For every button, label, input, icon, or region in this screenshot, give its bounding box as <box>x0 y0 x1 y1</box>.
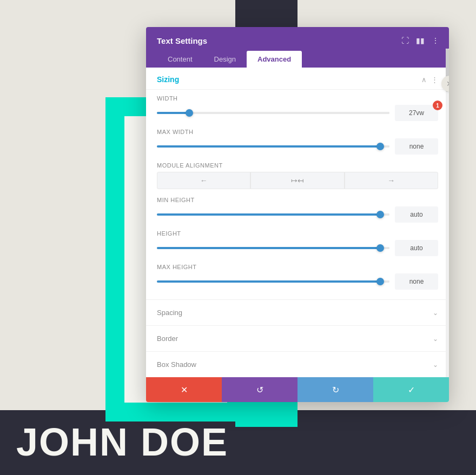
max-height-slider[interactable] <box>157 280 389 283</box>
max-width-field: Max Width none <box>157 129 438 155</box>
modal-title: Text Settings <box>157 36 207 45</box>
expand-icon[interactable]: ⛶ <box>400 36 410 45</box>
max-height-slider-thumb[interactable] <box>376 278 384 285</box>
min-height-control: auto <box>157 206 438 223</box>
width-value-wrap: 27vw 1 <box>395 105 438 121</box>
module-alignment-control: ← ↦↤ → <box>157 172 438 189</box>
height-slider-fill <box>157 247 380 249</box>
min-height-slider-thumb[interactable] <box>376 211 384 218</box>
min-height-label: Min Height <box>157 197 438 203</box>
modal-header-icons: ⛶ ▮▮ ⋮ <box>400 36 440 45</box>
modal-body: Sizing ∧ ⋮ Width 27vw <box>146 68 449 377</box>
height-field: Height auto <box>157 230 438 256</box>
modal-tabs: Content Design Advanced <box>157 51 440 68</box>
collapse-icon[interactable]: ∧ <box>421 76 427 84</box>
scrollbar[interactable] <box>446 49 449 377</box>
spacing-title: Spacing <box>157 309 182 317</box>
john-doe-text: JOHN DOE <box>16 420 228 464</box>
columns-icon[interactable]: ▮▮ <box>415 36 425 45</box>
text-settings-modal: Text Settings ⛶ ▮▮ ⋮ Content Design Adva… <box>146 27 449 402</box>
border-title: Border <box>157 334 178 343</box>
height-slider[interactable] <box>157 247 389 249</box>
sizing-section-header: Sizing ∧ ⋮ <box>146 68 449 90</box>
min-height-field: Min Height auto <box>157 197 438 223</box>
cancel-button[interactable]: ✕ <box>146 377 222 402</box>
min-height-value-input[interactable]: auto <box>395 206 438 223</box>
max-width-control: none <box>157 138 438 155</box>
width-slider-fill <box>157 112 189 114</box>
min-height-slider-fill <box>157 213 380 216</box>
max-height-control: none <box>157 273 438 290</box>
undo-button[interactable]: ↺ <box>222 377 298 402</box>
max-height-value-input[interactable]: none <box>395 273 438 290</box>
width-control: 27vw 1 <box>157 105 438 121</box>
min-height-slider[interactable] <box>157 213 389 216</box>
width-badge: 1 <box>433 101 442 110</box>
spacing-chevron-icon: ⌄ <box>433 309 438 317</box>
max-height-label: Max Height <box>157 264 438 270</box>
width-field: Width 27vw 1 <box>157 95 438 121</box>
box-shadow-section: Box Shadow ⌄ <box>146 351 449 377</box>
align-left-btn[interactable]: ← <box>157 172 250 189</box>
height-control: auto <box>157 240 438 256</box>
sizing-title: Sizing <box>157 75 179 84</box>
modal-header: Text Settings ⛶ ▮▮ ⋮ Content Design Adva… <box>146 27 449 68</box>
border-section: Border ⌄ <box>146 325 449 351</box>
confirm-button[interactable]: ✓ <box>373 377 449 402</box>
max-height-slider-fill <box>157 280 380 283</box>
spacing-header[interactable]: Spacing ⌄ <box>146 300 449 325</box>
fields-area: Width 27vw 1 Max <box>146 90 449 299</box>
height-slider-thumb[interactable] <box>376 244 384 252</box>
width-label: Width <box>157 95 438 102</box>
max-width-value-input[interactable]: none <box>395 138 438 155</box>
width-slider-thumb[interactable] <box>186 109 193 117</box>
more-icon[interactable]: ⋮ <box>431 36 440 45</box>
modal-header-top: Text Settings ⛶ ▮▮ ⋮ <box>157 36 440 45</box>
section-more-icon[interactable]: ⋮ <box>431 76 438 84</box>
max-width-slider-fill <box>157 145 380 148</box>
max-width-label: Max Width <box>157 129 438 135</box>
alignment-row: ← ↦↤ → <box>157 172 438 189</box>
tab-content[interactable]: Content <box>157 51 203 68</box>
section-controls: ∧ ⋮ <box>421 76 438 84</box>
max-height-field: Max Height none <box>157 264 438 290</box>
box-shadow-title: Box Shadow <box>157 360 196 369</box>
width-value-input[interactable]: 27vw <box>395 105 438 121</box>
align-center-btn[interactable]: ↦↤ <box>250 172 344 189</box>
border-chevron-icon: ⌄ <box>433 335 438 343</box>
box-shadow-chevron-icon: ⌄ <box>433 361 438 369</box>
module-alignment-label: Module Alignment <box>157 162 438 169</box>
spacing-section: Spacing ⌄ <box>146 299 449 325</box>
width-slider[interactable] <box>157 112 389 114</box>
module-alignment-field: Module Alignment ← ↦↤ → <box>157 162 438 189</box>
tab-advanced[interactable]: Advanced <box>247 51 302 68</box>
max-width-slider-thumb[interactable] <box>376 143 384 150</box>
tab-design[interactable]: Design <box>203 51 247 68</box>
box-shadow-header[interactable]: Box Shadow ⌄ <box>146 352 449 377</box>
max-width-slider[interactable] <box>157 145 389 148</box>
align-right-btn[interactable]: → <box>345 172 438 189</box>
redo-button[interactable]: ↻ <box>298 377 373 402</box>
modal-footer: ✕ ↺ ↻ ✓ <box>146 377 449 402</box>
height-label: Height <box>157 230 438 237</box>
height-value-input[interactable]: auto <box>395 240 438 256</box>
border-header[interactable]: Border ⌄ <box>146 326 449 351</box>
